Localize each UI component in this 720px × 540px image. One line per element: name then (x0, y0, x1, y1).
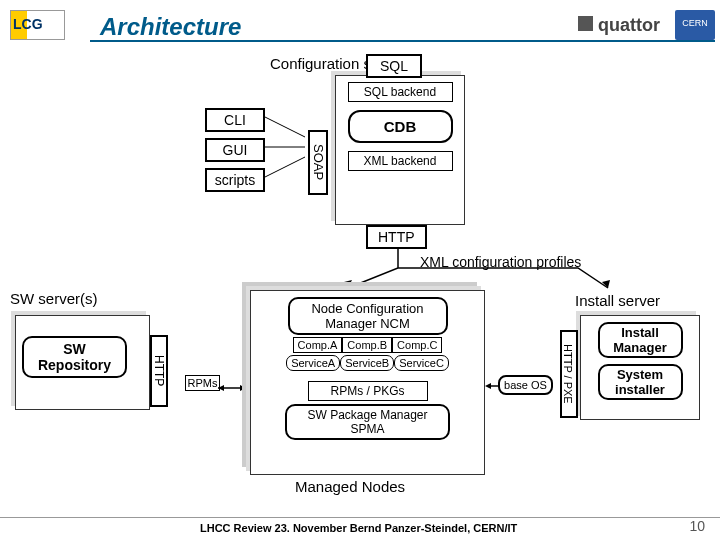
comp-b: Comp.B (342, 337, 392, 353)
arrow-xml (398, 248, 598, 293)
service-b: ServiceB (340, 355, 394, 371)
slide-title: Architecture (100, 13, 241, 41)
svg-marker-9 (485, 383, 491, 389)
svg-line-0 (265, 117, 305, 137)
svg-marker-7 (218, 385, 224, 391)
arrow-cli (265, 112, 310, 122)
cern-logo: CERN (675, 10, 715, 40)
rpms-label: RPMs (185, 375, 220, 391)
arrow-rpms (218, 384, 253, 392)
scripts-box: scripts (205, 168, 265, 192)
soap-box: SOAP (308, 130, 328, 195)
sql-backend: SQL backend (348, 82, 453, 102)
spma: SW Package Manager SPMA (285, 404, 450, 440)
sql-tab: SQL (366, 54, 422, 78)
svg-marker-6 (240, 385, 246, 391)
arrow-scripts (265, 172, 310, 182)
footer-rule (0, 517, 720, 518)
system-installer: System installer (598, 364, 683, 400)
sw-server-box: SW Repository (15, 315, 150, 410)
cli-box: CLI (205, 108, 265, 132)
install-manager: Install Manager (598, 322, 683, 358)
service-a: ServiceA (286, 355, 340, 371)
svg-line-2 (265, 157, 305, 177)
footer-text: LHCC Review 23. November Bernd Panzer-St… (200, 522, 517, 534)
lcg-logo: LCG (10, 10, 65, 40)
http-vertical: HTTP (150, 335, 168, 407)
gui-box: GUI (205, 138, 265, 162)
quattor-logo: quattor (578, 15, 660, 36)
http-tab: HTTP (366, 225, 427, 249)
arrow-gui (265, 142, 310, 152)
header-rule (90, 40, 715, 42)
page-number: 10 (689, 518, 705, 534)
xml-backend: XML backend (348, 151, 453, 171)
http-pxe: HTTP / PXE (560, 330, 578, 418)
comp-a: Comp.A (293, 337, 343, 353)
base-os: base OS (498, 375, 553, 395)
rpms-pkgs: RPMs / PKGs (308, 381, 428, 401)
comp-c: Comp.C (392, 337, 442, 353)
sw-repository: SW Repository (22, 336, 127, 378)
service-c: ServiceC (394, 355, 449, 371)
cdb: CDB (348, 110, 453, 143)
managed-nodes-box: Node Configuration Manager NCM Comp.A Co… (250, 290, 485, 475)
ncm: Node Configuration Manager NCM (288, 297, 448, 335)
managed-nodes-label: Managed Nodes (295, 478, 405, 495)
sw-servers-label: SW server(s) (10, 290, 98, 307)
config-server-box: SQL SQL backend CDB XML backend HTTP (335, 75, 465, 225)
install-server-box: Install Manager System installer (580, 315, 700, 420)
arrow-baseos-left (485, 382, 500, 390)
install-server-label: Install server (575, 292, 660, 309)
